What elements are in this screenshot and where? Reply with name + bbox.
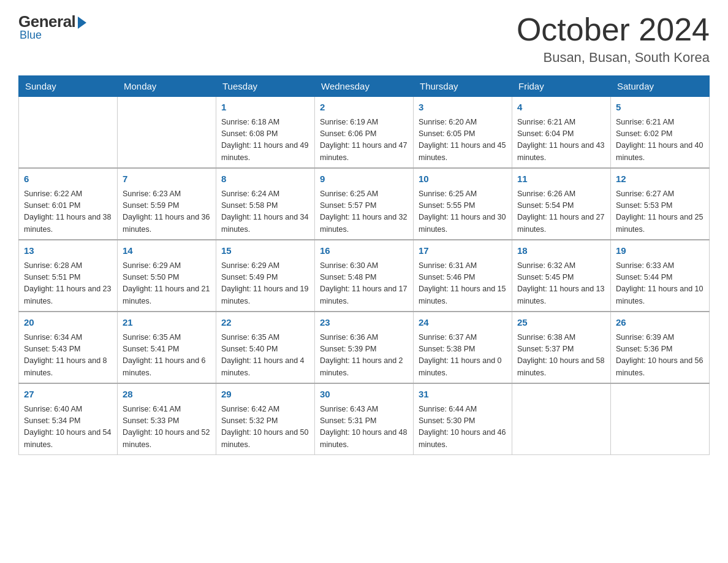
calendar-cell: 4Sunrise: 6:21 AMSunset: 6:04 PMDaylight… [512,97,611,169]
calendar-cell [611,383,710,455]
day-number: 2 [320,101,408,115]
day-number: 4 [517,101,605,115]
calendar-cell: 8Sunrise: 6:24 AMSunset: 5:58 PMDaylight… [216,168,315,240]
logo-blue-text: Blue [20,29,42,42]
day-info: Sunrise: 6:29 AMSunset: 5:50 PMDaylight:… [123,260,211,308]
day-number: 9 [320,172,408,186]
day-number: 25 [517,316,605,330]
day-number: 24 [419,316,507,330]
day-info: Sunrise: 6:19 AMSunset: 6:06 PMDaylight:… [320,117,408,164]
day-info: Sunrise: 6:18 AMSunset: 6:08 PMDaylight:… [221,117,309,164]
calendar-cell: 10Sunrise: 6:25 AMSunset: 5:55 PMDayligh… [414,168,512,240]
calendar-header-friday: Friday [512,76,611,97]
day-number: 29 [221,388,309,402]
calendar-cell [118,97,216,169]
calendar-header-wednesday: Wednesday [315,76,414,97]
day-info: Sunrise: 6:42 AMSunset: 5:32 PMDaylight:… [221,404,309,451]
calendar-cell: 18Sunrise: 6:32 AMSunset: 5:45 PMDayligh… [512,240,611,312]
calendar-header-row: SundayMondayTuesdayWednesdayThursdayFrid… [19,76,710,97]
calendar-cell: 24Sunrise: 6:37 AMSunset: 5:38 PMDayligh… [414,312,512,383]
location-title: Busan, Busan, South Korea [517,50,710,66]
day-info: Sunrise: 6:37 AMSunset: 5:38 PMDaylight:… [419,332,507,380]
calendar-cell: 30Sunrise: 6:43 AMSunset: 5:31 PMDayligh… [315,383,414,455]
calendar-cell: 7Sunrise: 6:23 AMSunset: 5:59 PMDaylight… [118,168,216,240]
day-number: 1 [221,101,309,115]
calendar-cell: 13Sunrise: 6:28 AMSunset: 5:51 PMDayligh… [19,240,118,312]
calendar-table: SundayMondayTuesdayWednesdayThursdayFrid… [18,75,710,455]
calendar-header-thursday: Thursday [414,76,512,97]
day-info: Sunrise: 6:39 AMSunset: 5:36 PMDaylight:… [616,332,704,380]
calendar-week-row: 27Sunrise: 6:40 AMSunset: 5:34 PMDayligh… [19,383,710,455]
title-block: October 2024 Busan, Busan, South Korea [517,12,710,66]
day-number: 15 [221,244,309,258]
day-info: Sunrise: 6:44 AMSunset: 5:30 PMDaylight:… [419,404,507,451]
calendar-cell: 15Sunrise: 6:29 AMSunset: 5:49 PMDayligh… [216,240,315,312]
calendar-cell: 14Sunrise: 6:29 AMSunset: 5:50 PMDayligh… [118,240,216,312]
calendar-cell: 23Sunrise: 6:36 AMSunset: 5:39 PMDayligh… [315,312,414,383]
day-number: 5 [616,101,704,115]
day-info: Sunrise: 6:30 AMSunset: 5:48 PMDaylight:… [320,260,408,308]
calendar-cell: 31Sunrise: 6:44 AMSunset: 5:30 PMDayligh… [414,383,512,455]
day-number: 18 [517,244,605,258]
day-info: Sunrise: 6:31 AMSunset: 5:46 PMDaylight:… [419,260,507,308]
day-info: Sunrise: 6:21 AMSunset: 6:02 PMDaylight:… [616,117,704,164]
calendar-week-row: 20Sunrise: 6:34 AMSunset: 5:43 PMDayligh… [19,312,710,383]
day-number: 26 [616,316,704,330]
day-number: 13 [24,244,112,258]
day-number: 11 [517,172,605,186]
day-info: Sunrise: 6:24 AMSunset: 5:58 PMDaylight:… [221,188,309,236]
day-number: 3 [419,101,507,115]
day-info: Sunrise: 6:35 AMSunset: 5:41 PMDaylight:… [123,332,211,380]
calendar-cell [19,97,118,169]
day-info: Sunrise: 6:34 AMSunset: 5:43 PMDaylight:… [24,332,112,380]
day-number: 31 [419,388,507,402]
day-number: 28 [123,388,211,402]
day-number: 27 [24,388,112,402]
calendar-week-row: 13Sunrise: 6:28 AMSunset: 5:51 PMDayligh… [19,240,710,312]
calendar-week-row: 6Sunrise: 6:22 AMSunset: 6:01 PMDaylight… [19,168,710,240]
day-number: 22 [221,316,309,330]
day-info: Sunrise: 6:28 AMSunset: 5:51 PMDaylight:… [24,260,112,308]
day-number: 19 [616,244,704,258]
day-info: Sunrise: 6:40 AMSunset: 5:34 PMDaylight:… [24,404,112,451]
day-number: 16 [320,244,408,258]
day-info: Sunrise: 6:41 AMSunset: 5:33 PMDaylight:… [123,404,211,451]
day-number: 8 [221,172,309,186]
calendar-cell: 11Sunrise: 6:26 AMSunset: 5:54 PMDayligh… [512,168,611,240]
calendar-cell [512,383,611,455]
calendar-cell: 3Sunrise: 6:20 AMSunset: 6:05 PMDaylight… [414,97,512,169]
calendar-cell: 25Sunrise: 6:38 AMSunset: 5:37 PMDayligh… [512,312,611,383]
day-number: 30 [320,388,408,402]
calendar-cell: 1Sunrise: 6:18 AMSunset: 6:08 PMDaylight… [216,97,315,169]
calendar-cell: 29Sunrise: 6:42 AMSunset: 5:32 PMDayligh… [216,383,315,455]
calendar-cell: 21Sunrise: 6:35 AMSunset: 5:41 PMDayligh… [118,312,216,383]
calendar-cell: 28Sunrise: 6:41 AMSunset: 5:33 PMDayligh… [118,383,216,455]
day-number: 14 [123,244,211,258]
calendar-cell: 2Sunrise: 6:19 AMSunset: 6:06 PMDaylight… [315,97,414,169]
month-title: October 2024 [517,12,710,47]
calendar-cell: 20Sunrise: 6:34 AMSunset: 5:43 PMDayligh… [19,312,118,383]
day-info: Sunrise: 6:21 AMSunset: 6:04 PMDaylight:… [517,117,605,164]
calendar-week-row: 1Sunrise: 6:18 AMSunset: 6:08 PMDaylight… [19,97,710,169]
day-number: 6 [24,172,112,186]
day-info: Sunrise: 6:36 AMSunset: 5:39 PMDaylight:… [320,332,408,380]
calendar-cell: 16Sunrise: 6:30 AMSunset: 5:48 PMDayligh… [315,240,414,312]
day-info: Sunrise: 6:29 AMSunset: 5:49 PMDaylight:… [221,260,309,308]
day-info: Sunrise: 6:25 AMSunset: 5:57 PMDaylight:… [320,188,408,236]
day-info: Sunrise: 6:20 AMSunset: 6:05 PMDaylight:… [419,117,507,164]
calendar-header-saturday: Saturday [611,76,710,97]
calendar-cell: 22Sunrise: 6:35 AMSunset: 5:40 PMDayligh… [216,312,315,383]
page-header: General Blue October 2024 Busan, Busan, … [18,12,710,66]
calendar-cell: 12Sunrise: 6:27 AMSunset: 5:53 PMDayligh… [611,168,710,240]
calendar-header-tuesday: Tuesday [216,76,315,97]
day-info: Sunrise: 6:22 AMSunset: 6:01 PMDaylight:… [24,188,112,236]
calendar-cell: 27Sunrise: 6:40 AMSunset: 5:34 PMDayligh… [19,383,118,455]
day-number: 7 [123,172,211,186]
day-info: Sunrise: 6:32 AMSunset: 5:45 PMDaylight:… [517,260,605,308]
calendar-cell: 19Sunrise: 6:33 AMSunset: 5:44 PMDayligh… [611,240,710,312]
day-info: Sunrise: 6:43 AMSunset: 5:31 PMDaylight:… [320,404,408,451]
calendar-cell: 9Sunrise: 6:25 AMSunset: 5:57 PMDaylight… [315,168,414,240]
day-info: Sunrise: 6:35 AMSunset: 5:40 PMDaylight:… [221,332,309,380]
day-number: 21 [123,316,211,330]
day-info: Sunrise: 6:27 AMSunset: 5:53 PMDaylight:… [616,188,704,236]
